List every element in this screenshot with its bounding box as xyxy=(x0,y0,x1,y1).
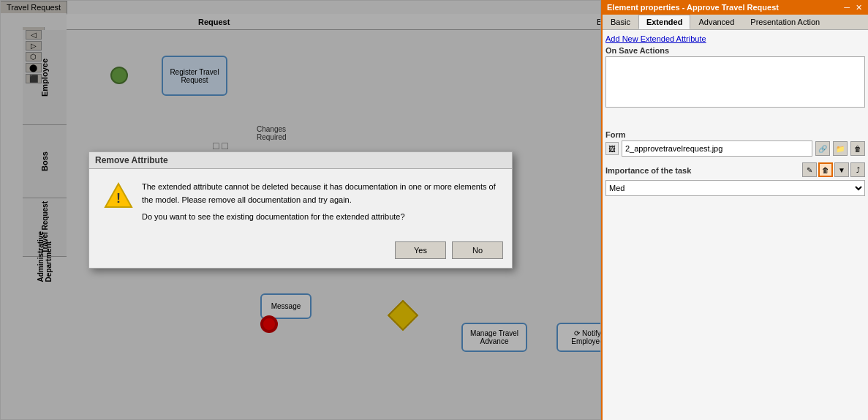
importance-pencil-btn[interactable]: ✎ xyxy=(802,162,817,177)
form-folder-btn[interactable]: 📁 xyxy=(833,141,848,156)
right-panel-tabs: Basic Extended Advanced Presentation Act… xyxy=(603,15,868,30)
tab-presentation-action[interactable]: Presentation Action xyxy=(742,15,828,29)
form-field-row: 🖼 🔗 📁 🗑 xyxy=(605,140,865,157)
form-trash-btn[interactable]: 🗑 xyxy=(850,141,865,156)
main-container: Travel Request Request Book Employee Bos… xyxy=(0,0,868,420)
form-section: Form 🖼 🔗 📁 🗑 xyxy=(605,130,865,157)
dialog-text: The extended attribute cannot be deleted… xyxy=(142,181,497,224)
warning-icon: ! xyxy=(104,181,133,210)
remove-attribute-dialog: Remove Attribute ! The extended attribut… xyxy=(88,151,513,269)
tab-advanced[interactable]: Advanced xyxy=(690,15,742,29)
svg-text:!: ! xyxy=(116,191,121,206)
diagram-area: Travel Request Request Book Employee Bos… xyxy=(0,0,601,420)
form-link-btn[interactable]: 🔗 xyxy=(815,141,830,156)
add-attr-link[interactable]: Add New Extended Attribute xyxy=(605,34,865,43)
no-button[interactable]: No xyxy=(452,241,503,259)
form-icon: 🖼 xyxy=(605,142,619,155)
tab-basic[interactable]: Basic xyxy=(603,15,638,29)
form-value-input[interactable] xyxy=(622,140,812,157)
dialog-titlebar: Remove Attribute xyxy=(89,152,512,169)
on-save-actions-textarea[interactable] xyxy=(605,56,865,108)
importance-share-btn[interactable]: ⤴ xyxy=(850,162,865,177)
form-label: Form xyxy=(605,130,865,139)
importance-trash-btn[interactable]: 🗑 xyxy=(818,162,833,177)
close-button[interactable]: ✕ xyxy=(854,3,864,12)
dialog-content: ! The extended attribute cannot be delet… xyxy=(89,169,512,236)
importance-row: Low Med High xyxy=(605,180,865,196)
right-panel: Element properties - Approve Travel Requ… xyxy=(601,0,868,420)
right-panel-content: Add New Extended Attribute On Save Actio… xyxy=(603,30,868,420)
on-save-actions-header: On Save Actions xyxy=(605,46,865,55)
dialog-buttons: Yes No xyxy=(89,236,512,268)
importance-down-btn[interactable]: ▼ xyxy=(834,162,849,177)
importance-label: Importance of the task xyxy=(605,166,691,175)
tab-extended[interactable]: Extended xyxy=(638,15,691,29)
importance-section: Importance of the task ✎ 🗑 ▼ ⤴ Low Med H xyxy=(605,162,865,196)
dialog-overlay: Remove Attribute ! The extended attribut… xyxy=(1,1,600,419)
header-controls: ─ ✕ xyxy=(842,3,864,12)
importance-select[interactable]: Low Med High xyxy=(605,180,865,196)
yes-button[interactable]: Yes xyxy=(395,241,446,259)
minimize-button[interactable]: ─ xyxy=(842,3,851,12)
right-panel-header: Element properties - Approve Travel Requ… xyxy=(603,0,868,15)
